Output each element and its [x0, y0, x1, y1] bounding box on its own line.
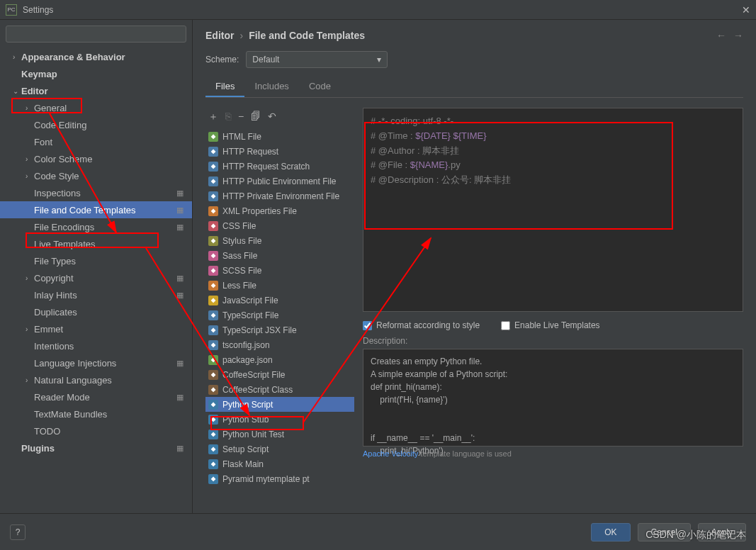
- scheme-label: Scheme:: [205, 55, 239, 64]
- template-item[interactable]: ◆SCSS File: [205, 263, 354, 278]
- add-icon[interactable]: ＋: [208, 111, 218, 123]
- template-item[interactable]: ◆TypeScript JSX File: [205, 322, 354, 337]
- scheme-combo[interactable]: Default ▾: [246, 51, 388, 68]
- template-item[interactable]: ◆package.json: [205, 352, 354, 367]
- template-item[interactable]: ◆Less File: [205, 278, 354, 293]
- nav-back-icon[interactable]: ←: [716, 30, 726, 41]
- template-item[interactable]: ◆XML Properties File: [205, 203, 354, 218]
- file-type-icon: ◆: [208, 147, 218, 157]
- sidebar-item-textmate-bundles[interactable]: TextMate Bundles: [0, 405, 192, 422]
- sidebar-item-file-types[interactable]: File Types: [0, 252, 192, 269]
- settings-sidebar: ›Appearance & BehaviorKeymap⌄Editor›Gene…: [0, 20, 193, 513]
- template-item[interactable]: ◆HTML File: [205, 129, 354, 144]
- template-item[interactable]: ◆TypeScript File: [205, 308, 354, 322]
- sidebar-item-inlay-hints[interactable]: Inlay Hints▦: [0, 286, 192, 303]
- breadcrumb-part2: File and Code Templates: [249, 30, 365, 41]
- file-type-icon: ◆: [208, 340, 218, 350]
- project-scheme-icon: ▦: [176, 206, 184, 215]
- project-scheme-icon: ▦: [176, 223, 184, 232]
- sidebar-item-language-injections[interactable]: Language Injections▦: [0, 354, 192, 371]
- template-item[interactable]: ◆Python Unit Test: [205, 427, 354, 442]
- template-item[interactable]: ◆Stylus File: [205, 233, 354, 248]
- apply-button[interactable]: Apply: [698, 523, 746, 541]
- sidebar-item-plugins[interactable]: Plugins▦: [0, 439, 192, 456]
- template-item[interactable]: ◆CoffeeScript File: [205, 367, 354, 382]
- reformat-checkbox[interactable]: Reformat according to style: [363, 320, 480, 330]
- sidebar-item-intentions[interactable]: Intentions: [0, 337, 192, 354]
- nav-forward-icon[interactable]: →: [733, 30, 743, 41]
- project-scheme-icon: ▦: [176, 189, 184, 198]
- template-item[interactable]: ◆HTTP Public Environment File: [205, 174, 354, 189]
- file-type-icon: ◆: [208, 355, 218, 365]
- project-scheme-icon: ▦: [176, 444, 184, 453]
- undo-icon[interactable]: ↶: [268, 111, 276, 123]
- sidebar-item-emmet[interactable]: ›Emmet: [0, 320, 192, 337]
- tab-includes[interactable]: Includes: [244, 77, 298, 97]
- project-scheme-icon: ▦: [176, 359, 184, 368]
- template-item[interactable]: ◆HTTP Request Scratch: [205, 159, 354, 174]
- template-item[interactable]: ◆tsconfig.json: [205, 337, 354, 352]
- template-item[interactable]: ◆HTTP Request: [205, 144, 354, 159]
- sidebar-item-font[interactable]: Font: [0, 133, 192, 150]
- apache-velocity-link[interactable]: Apache Velocity: [363, 449, 418, 458]
- file-type-icon: ◆: [208, 206, 218, 216]
- sidebar-item-live-templates[interactable]: Live Templates: [0, 235, 192, 252]
- sidebar-item-natural-languages[interactable]: ›Natural Languages: [0, 371, 192, 388]
- sidebar-item-copyright[interactable]: ›Copyright▦: [0, 269, 192, 286]
- add-child-icon[interactable]: ⎘: [225, 111, 231, 123]
- sidebar-item-appearance-behavior[interactable]: ›Appearance & Behavior: [0, 48, 192, 65]
- sidebar-item-file-and-code-templates[interactable]: File and Code Templates▦: [0, 201, 192, 218]
- file-type-icon: ◆: [208, 221, 218, 231]
- tab-code[interactable]: Code: [299, 77, 341, 97]
- sidebar-item-file-encodings[interactable]: File Encodings▦: [0, 218, 192, 235]
- sidebar-item-keymap[interactable]: Keymap: [0, 65, 192, 82]
- titlebar: PC Settings ✕: [0, 0, 756, 20]
- template-item[interactable]: ◆Python Stub: [205, 412, 354, 427]
- file-type-icon: ◆: [208, 266, 218, 276]
- cancel-button[interactable]: Cancel: [638, 523, 691, 541]
- template-list[interactable]: ◆HTML File◆HTTP Request◆HTTP Request Scr…: [205, 129, 354, 513]
- sidebar-item-code-style[interactable]: ›Code Style: [0, 167, 192, 184]
- sidebar-item-color-scheme[interactable]: ›Color Scheme: [0, 150, 192, 167]
- remove-icon[interactable]: −: [238, 111, 244, 123]
- sidebar-item-code-editing[interactable]: Code Editing: [0, 116, 192, 133]
- sidebar-item-reader-mode[interactable]: Reader Mode▦: [0, 388, 192, 405]
- copy-icon[interactable]: 🗐: [251, 111, 261, 123]
- template-item[interactable]: ◆Flask Main: [205, 456, 354, 471]
- project-scheme-icon: ▦: [176, 274, 184, 283]
- sidebar-item-general[interactable]: ›General: [0, 99, 192, 116]
- sidebar-item-inspections[interactable]: Inspections▦: [0, 184, 192, 201]
- template-item[interactable]: ◆JavaScript File: [205, 293, 354, 308]
- template-item[interactable]: ◆Python Script: [205, 397, 354, 412]
- template-item[interactable]: ◆Setup Script: [205, 442, 354, 456]
- template-item[interactable]: ◆CSS File: [205, 218, 354, 233]
- file-type-icon: ◆: [208, 385, 218, 395]
- file-type-icon: ◆: [208, 400, 218, 410]
- breadcrumb-part1: Editor: [205, 30, 234, 41]
- template-editor[interactable]: # -*- coding: utf-8 -*- # @Time : ${DATE…: [363, 108, 743, 312]
- settings-content: Editor › File and Code Templates ← → Sch…: [193, 20, 756, 513]
- template-item[interactable]: ◆HTTP Private Environment File: [205, 189, 354, 203]
- file-type-icon: ◆: [208, 415, 218, 425]
- help-button[interactable]: ?: [10, 524, 26, 540]
- app-logo: PC: [6, 4, 17, 16]
- tab-files[interactable]: Files: [205, 77, 244, 97]
- sidebar-item-editor[interactable]: ⌄Editor: [0, 82, 192, 99]
- settings-tree[interactable]: ›Appearance & BehaviorKeymap⌄Editor›Gene…: [0, 48, 192, 513]
- close-icon[interactable]: ✕: [742, 4, 750, 16]
- sidebar-search-input[interactable]: [6, 26, 186, 43]
- file-type-icon: ◆: [208, 310, 218, 320]
- template-item[interactable]: ◆Pyramid mytemplate pt: [205, 471, 354, 486]
- template-item[interactable]: ◆Sass File: [205, 248, 354, 263]
- sidebar-item-todo[interactable]: TODO: [0, 422, 192, 439]
- file-type-icon: ◆: [208, 444, 218, 454]
- ok-button[interactable]: OK: [591, 523, 630, 541]
- file-type-icon: ◆: [208, 132, 218, 142]
- file-type-icon: ◆: [208, 370, 218, 380]
- sidebar-item-duplicates[interactable]: Duplicates: [0, 303, 192, 320]
- scheme-value: Default: [252, 55, 279, 64]
- description-label: Description:: [363, 336, 743, 346]
- template-item[interactable]: ◆CoffeeScript Class: [205, 382, 354, 397]
- template-language-note: Apache Velocity template language is use…: [363, 447, 743, 461]
- live-templates-checkbox[interactable]: Enable Live Templates: [501, 320, 600, 330]
